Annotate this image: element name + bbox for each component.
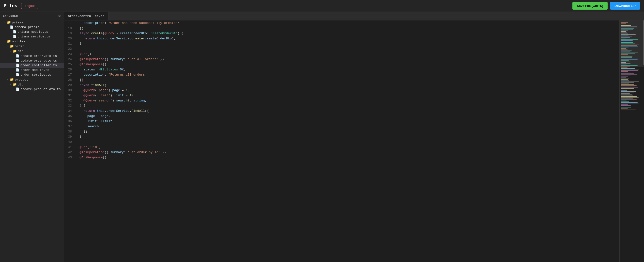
tab-order-controller[interactable]: order.controller.ts	[64, 12, 108, 20]
line-number: 23	[64, 52, 72, 57]
minimap-line	[621, 25, 631, 26]
line-number: 33	[64, 103, 72, 108]
minimap-line	[621, 42, 633, 43]
minimap-line	[621, 51, 632, 51]
line-number: 19	[64, 31, 72, 36]
minimap-line	[621, 107, 631, 108]
line-number: 34	[64, 108, 72, 114]
minimap-line	[621, 68, 628, 68]
sidebar-header: EXPLORER ⚙	[0, 12, 64, 20]
minimap-line	[621, 99, 636, 100]
sidebar-item-order-service[interactable]: 📄order.service.ts	[0, 72, 64, 77]
sidebar-item-dto-folder[interactable]: ▾📁dto	[0, 49, 64, 54]
minimap-line	[621, 97, 638, 98]
minimap-line	[621, 86, 635, 86]
code-line: page: +page,	[76, 114, 620, 119]
code-line: @ApiResponse({	[76, 62, 620, 67]
minimap-line	[621, 43, 635, 44]
minimap-line	[621, 53, 636, 53]
sidebar-item-schema-prisma[interactable]: 📄schema.prisma	[0, 25, 64, 30]
code-line: @ApiOperation({ summary: 'Get all orders…	[76, 57, 620, 62]
minimap-line	[621, 47, 634, 47]
line-number: 25	[64, 62, 72, 67]
minimap-line	[621, 75, 632, 75]
minimap-line	[621, 36, 637, 36]
file-icon: 📄	[16, 73, 20, 77]
minimap-line	[621, 28, 634, 29]
sidebar-item-prisma-module[interactable]: 📄prisma.module.ts	[0, 30, 64, 34]
sidebar-item-create-order-dto[interactable]: 📄create-order.dto.ts	[0, 54, 64, 58]
code-line: return this.orderService.create(createOr…	[76, 36, 620, 41]
line-number: 39	[64, 134, 72, 139]
minimap-line	[621, 83, 629, 84]
minimap-line	[621, 22, 628, 22]
item-label: order.module.ts	[20, 68, 49, 72]
minimap-line	[621, 62, 630, 62]
minimap-line	[621, 99, 633, 99]
file-icon: 📄	[13, 30, 16, 34]
code-line	[76, 139, 620, 145]
code-line: async create(@Body() createOrderDto: Cre…	[76, 31, 620, 36]
minimap-line	[621, 89, 627, 89]
line-number: 28	[64, 77, 72, 83]
minimap-line	[621, 105, 631, 106]
minimap-line	[621, 79, 628, 80]
line-number: 17	[64, 21, 72, 26]
minimap-line	[621, 107, 634, 107]
code-panel: 1718192021222324252627282930313233343536…	[64, 21, 644, 262]
sidebar-item-product-folder[interactable]: ▾📁product	[0, 77, 64, 82]
code-line: ) {	[76, 103, 620, 108]
settings-icon[interactable]: ⚙	[58, 14, 61, 18]
code-line: @Get(':id')	[76, 145, 620, 150]
logout-button[interactable]: Logout	[21, 3, 38, 9]
chevron-icon: ▾	[9, 83, 13, 86]
folder-icon: 📁	[13, 83, 17, 86]
minimap-line	[621, 85, 636, 86]
minimap-line	[621, 57, 632, 58]
minimap-line	[621, 87, 627, 87]
code-editor[interactable]: 1718192021222324252627282930313233343536…	[64, 21, 620, 262]
code-content[interactable]: description: 'Order has been successfull…	[75, 21, 620, 262]
sidebar-item-order-controller[interactable]: 📄order.controller.ts	[0, 63, 64, 68]
minimap-line	[621, 108, 628, 109]
minimap-line	[621, 94, 632, 95]
line-number: 42	[64, 150, 72, 155]
item-label: prisma.service.ts	[18, 35, 50, 39]
save-button[interactable]: Save File (Ctrl+S)	[572, 2, 608, 10]
code-line: @Query('limit') limit = 10,	[76, 93, 620, 98]
code-line: });	[76, 129, 620, 134]
minimap-line	[621, 31, 628, 31]
sidebar-item-update-order-dto[interactable]: 📄update-order.dto.ts	[0, 58, 64, 63]
sidebar-item-create-product-dto[interactable]: 📄create-product.dto.ts	[0, 87, 64, 92]
sidebar-item-order-folder[interactable]: ▾📁order	[0, 44, 64, 49]
minimap-line	[621, 98, 635, 98]
sidebar-item-dto-folder-2[interactable]: ▾📁dto	[0, 82, 64, 87]
minimap-line	[621, 76, 631, 76]
tree-container: ▾📁prisma 📄schema.prisma 📄prisma.module.t…	[0, 20, 64, 92]
item-label: dto	[18, 50, 23, 53]
minimap-line	[621, 67, 630, 67]
minimap-line	[621, 63, 630, 64]
explorer-label: EXPLORER	[3, 15, 18, 18]
tab-label: order.controller.ts	[68, 14, 104, 18]
minimap-line	[621, 35, 628, 36]
app-title: Files	[4, 4, 17, 8]
minimap-line	[621, 96, 637, 97]
minimap	[620, 21, 644, 262]
sidebar-item-prisma-service[interactable]: 📄prisma.service.ts	[0, 34, 64, 39]
minimap-scrollbar[interactable]	[643, 21, 644, 65]
minimap-line	[621, 52, 638, 53]
download-zip-button[interactable]: Download ZIP	[610, 2, 640, 10]
topbar-right: Save File (Ctrl+S) Download ZIP	[572, 2, 640, 10]
line-number: 21	[64, 41, 72, 46]
sidebar-item-prisma-folder[interactable]: ▾📁prisma	[0, 20, 64, 25]
file-icon: 📄	[16, 68, 20, 72]
chevron-icon: ▾	[6, 45, 10, 48]
code-line: return this.orderService.findAll({	[76, 108, 620, 114]
minimap-line	[621, 77, 626, 78]
item-label: create-order.dto.ts	[20, 54, 57, 58]
minimap-line	[621, 45, 637, 46]
sidebar-item-modules-folder[interactable]: ▾📁modules	[0, 39, 64, 44]
minimap-line	[621, 91, 636, 92]
sidebar-item-order-module[interactable]: 📄order.module.ts⋮⋮	[0, 68, 64, 72]
